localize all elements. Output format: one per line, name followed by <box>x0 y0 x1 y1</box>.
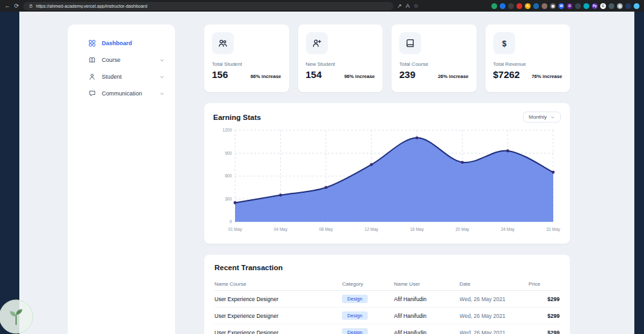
user-name: Afif Hanifudin <box>394 308 460 324</box>
instructor-dashboard: DashboardCourseStudentCommunication Tota… <box>19 12 634 334</box>
category-cell: Design <box>342 308 393 324</box>
extension-icon[interactable] <box>609 3 614 9</box>
chevron-down-icon <box>550 115 555 120</box>
sidebar-item-course[interactable]: Course <box>68 52 175 68</box>
stat-bottom: 15666% increase <box>212 69 281 80</box>
svg-text:20 May: 20 May <box>455 227 469 232</box>
svg-text:600: 600 <box>225 173 232 178</box>
category-badge: Design <box>342 311 367 320</box>
profile-avatar[interactable] <box>625 3 631 9</box>
sidebar-item-label: Communication <box>102 90 153 97</box>
user-name: Afif Hanifudin <box>394 291 460 308</box>
stat-bottom: $726276% increase <box>493 69 563 80</box>
user-name: Afif Hanifudin <box>394 324 460 334</box>
chevron-down-icon <box>159 91 165 97</box>
stat-card-new-student: New Student15496% increase <box>298 25 383 92</box>
stats-row: Total Student15666% increaseNew Student1… <box>204 25 570 92</box>
extension-icon[interactable] <box>491 3 497 9</box>
extension-icon[interactable]: ✎ <box>525 3 531 9</box>
browser-chrome: ← ⟳ https://ahmed-academy.vercel.app/ins… <box>0 0 644 12</box>
stat-value: 156 <box>212 69 228 80</box>
logo-watermark <box>0 299 33 334</box>
transaction-date: Wed, 26 May 2021 <box>460 291 529 308</box>
stat-card-total-revenue: $Total Revenue$726276% increase <box>486 25 571 92</box>
chevron-down-icon <box>159 57 165 63</box>
copilot-icon[interactable] <box>634 3 639 9</box>
column-header: Category <box>342 278 393 291</box>
stat-change: 26% increase <box>438 74 469 79</box>
sidebar-item-communication[interactable]: Communication <box>68 85 175 102</box>
lock-icon <box>28 3 33 8</box>
stat-change: 76% increase <box>531 74 562 79</box>
column-header: Price <box>529 278 560 291</box>
chevron-down-icon <box>159 91 165 97</box>
transactions-card: Recent Transaction Name CourseCategoryNa… <box>204 255 570 334</box>
transaction-date: Wed, 26 May 2021 <box>460 308 529 324</box>
extension-icon[interactable]: ▧ <box>617 3 623 9</box>
stat-change: 66% increase <box>251 74 281 79</box>
favorites-icon[interactable]: ☆ <box>413 3 419 9</box>
page-background: DashboardCourseStudentCommunication Tota… <box>0 12 644 334</box>
extension-icon[interactable]: ▦ <box>550 3 556 9</box>
svg-text:$: $ <box>502 39 506 48</box>
category-cell: Design <box>342 291 393 308</box>
category-badge: Design <box>342 328 367 334</box>
extension-icon[interactable] <box>533 3 539 9</box>
reload-icon[interactable]: ⟳ <box>14 3 19 9</box>
extension-icon[interactable]: O <box>567 3 573 9</box>
stat-label: New Student <box>306 61 375 67</box>
dollar-icon: $ <box>499 38 509 48</box>
transaction-row[interactable]: User Experience DesignerDesignAfif Hanif… <box>214 308 560 324</box>
transaction-price: $299 <box>529 308 560 324</box>
share-icon[interactable]: ↗ <box>397 3 402 9</box>
svg-text:04 May: 04 May <box>274 227 288 232</box>
earning-chart-svg: 0300600900120001 May04 May08 May12 May16… <box>213 125 561 235</box>
sidebar: DashboardCourseStudentCommunication <box>68 25 175 334</box>
sidebar-item-dashboard[interactable]: Dashboard <box>68 35 175 52</box>
course-name: User Experience Designer <box>214 308 342 324</box>
sidebar-item-label: Student <box>102 74 153 80</box>
chevron-down-icon <box>159 74 165 80</box>
svg-text:31 May: 31 May <box>546 227 560 232</box>
transaction-row[interactable]: User Experience DesignerDesignAfif Hanif… <box>214 291 560 308</box>
earning-stats-card: Earning Stats Monthly 0300600900120001 M… <box>204 103 570 244</box>
extension-icon[interactable]: W <box>558 3 564 9</box>
category-cell: Design <box>342 324 393 334</box>
chevron-down-icon <box>159 57 165 63</box>
read-aloud-icon[interactable]: A <box>406 3 410 9</box>
extension-icon[interactable] <box>508 3 514 9</box>
svg-text:300: 300 <box>225 197 232 201</box>
stat-bottom: 15496% increase <box>306 69 375 80</box>
extension-icon[interactable]: G <box>600 3 606 9</box>
svg-text:01 May: 01 May <box>228 227 242 232</box>
address-bar[interactable]: https://ahmed-academy.vercel.app/instruc… <box>23 2 393 10</box>
svg-text:16 May: 16 May <box>410 227 424 232</box>
stat-card-total-student: Total Student15666% increase <box>204 25 289 92</box>
extension-icon[interactable] <box>542 3 547 9</box>
earning-stats-header: Earning Stats Monthly <box>213 112 561 123</box>
extensions-row: ✎▦WOPyG▧ <box>491 3 639 9</box>
transaction-row[interactable]: User Experience DesignerDesignAfif Hanif… <box>214 324 560 334</box>
book-icon <box>405 38 415 48</box>
student-icon <box>88 73 96 81</box>
chevron-down-icon <box>550 115 555 120</box>
extension-icon[interactable] <box>575 3 581 9</box>
period-select[interactable]: Monthly <box>523 112 561 123</box>
people-icon <box>218 38 228 48</box>
dashboard-icon <box>88 39 96 47</box>
sidebar-item-student[interactable]: Student <box>68 68 175 85</box>
extension-icon[interactable]: Py <box>592 3 598 9</box>
stat-value: $7262 <box>493 69 520 80</box>
transactions-table: Name CourseCategoryName UserDatePrice Us… <box>214 278 560 334</box>
transactions-title: Recent Transaction <box>214 264 560 271</box>
back-icon[interactable]: ← <box>5 3 10 9</box>
stat-bottom: 23926% increase <box>399 69 469 80</box>
column-header: Date <box>460 278 529 291</box>
stat-label: Total Revenue <box>493 61 563 67</box>
extension-icon[interactable] <box>516 3 522 9</box>
svg-text:12 May: 12 May <box>365 227 379 232</box>
extension-icon[interactable] <box>583 3 589 9</box>
earning-stats-title: Earning Stats <box>213 113 261 121</box>
stat-icon-box: $ <box>493 32 515 54</box>
extension-icon[interactable] <box>500 3 506 9</box>
